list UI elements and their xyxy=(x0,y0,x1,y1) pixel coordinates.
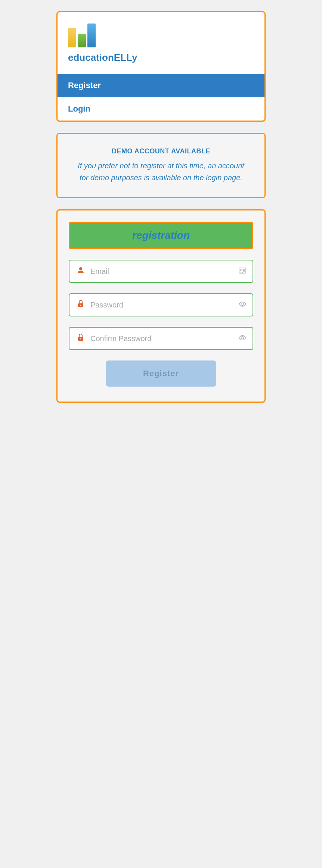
svg-point-0 xyxy=(79,267,82,270)
confirm-lock-icon xyxy=(75,333,86,344)
svg-point-7 xyxy=(80,305,81,306)
email-input-group[interactable] xyxy=(69,260,253,283)
svg-point-2 xyxy=(241,269,242,271)
bar-green-icon xyxy=(78,34,86,47)
nav-item-register[interactable]: Register xyxy=(58,74,264,97)
bar-blue-icon xyxy=(87,24,96,47)
contact-card-icon xyxy=(238,266,247,277)
nav-item-login[interactable]: Login xyxy=(58,97,264,121)
email-field[interactable] xyxy=(90,267,234,276)
register-button[interactable]: Register xyxy=(106,360,216,387)
bar-yellow-icon xyxy=(68,28,76,47)
confirm-password-input-group[interactable] xyxy=(69,327,253,350)
nav-card: educationELLy Register Login xyxy=(56,11,266,122)
registration-card: registration xyxy=(56,209,266,403)
svg-point-10 xyxy=(80,338,81,340)
svg-point-8 xyxy=(241,303,244,305)
demo-body: If you prefer not to register at this ti… xyxy=(72,160,250,184)
lock-icon xyxy=(75,299,86,310)
confirm-eye-icon xyxy=(238,334,247,344)
demo-title: DEMO ACCOUNT AVAILABLE xyxy=(72,147,250,155)
eye-icon xyxy=(238,300,247,310)
registration-header: registration xyxy=(69,222,253,249)
app-logo xyxy=(68,21,254,47)
confirm-password-field[interactable] xyxy=(90,334,234,343)
password-field[interactable] xyxy=(90,301,234,309)
svg-point-11 xyxy=(241,336,244,339)
logo-area: educationELLy xyxy=(58,12,264,74)
person-icon xyxy=(75,266,86,277)
demo-card: DEMO ACCOUNT AVAILABLE If you prefer not… xyxy=(56,133,266,198)
app-title: educationELLy xyxy=(68,52,254,68)
password-input-group[interactable] xyxy=(69,293,253,316)
